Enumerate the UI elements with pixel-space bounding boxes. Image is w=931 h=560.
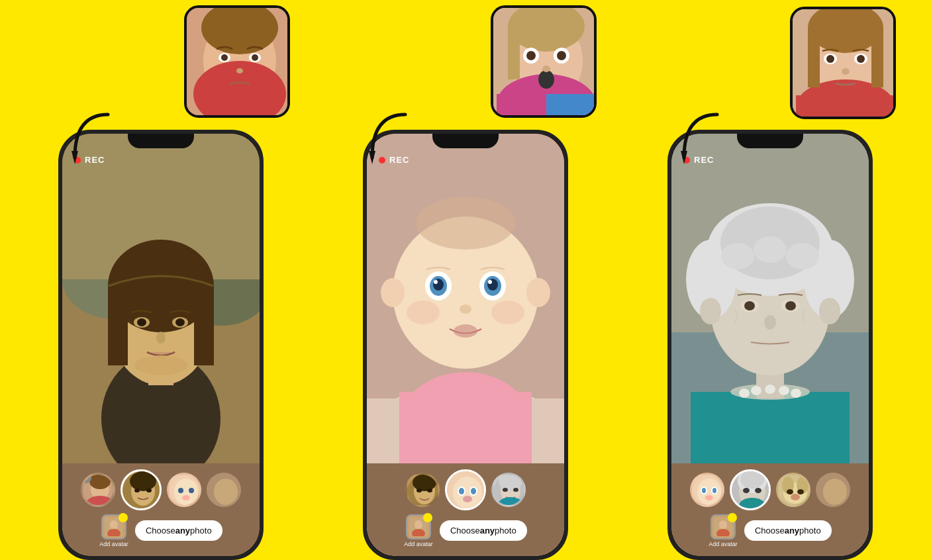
- svg-point-101: [415, 520, 422, 530]
- choose-photo-text2-2: photo: [495, 526, 516, 536]
- svg-point-39: [189, 488, 194, 493]
- svg-point-98: [513, 488, 518, 492]
- choose-photo-text-3: Choose: [755, 526, 785, 536]
- bottom-bar-1: ✕: [62, 463, 260, 556]
- svg-point-33: [130, 471, 156, 491]
- thumb-baby-3[interactable]: [690, 473, 724, 507]
- add-avatar-badge-3: [728, 513, 737, 522]
- svg-point-135: [739, 389, 750, 398]
- svg-point-25: [156, 332, 166, 344]
- thumb-queen-2[interactable]: [491, 473, 526, 507]
- svg-point-67: [416, 197, 515, 250]
- svg-point-147: [712, 488, 716, 493]
- svg-point-138: [779, 386, 789, 395]
- svg-point-128: [754, 236, 787, 263]
- svg-rect-20: [194, 286, 214, 365]
- phone-notch-3: [737, 134, 803, 148]
- svg-point-79: [491, 301, 524, 324]
- svg-point-133: [785, 301, 796, 310]
- add-avatar-label-2: Add avatar: [404, 541, 433, 547]
- svg-point-140: [700, 298, 721, 324]
- svg-point-111: [826, 55, 834, 63]
- svg-marker-60: [369, 151, 375, 164]
- svg-rect-106: [796, 95, 895, 119]
- svg-point-131: [744, 301, 755, 310]
- svg-point-45: [110, 520, 118, 530]
- x-badge-1[interactable]: ✕: [81, 473, 91, 483]
- choose-photo-btn-2[interactable]: Choose any photo: [440, 520, 527, 541]
- svg-point-55: [526, 51, 536, 60]
- svg-marker-9: [72, 151, 78, 164]
- svg-point-76: [460, 304, 471, 314]
- svg-marker-115: [681, 151, 687, 164]
- thumb-mona-2[interactable]: [405, 473, 440, 507]
- svg-point-86: [427, 489, 432, 492]
- svg-point-136: [751, 386, 761, 395]
- svg-rect-51: [546, 94, 596, 118]
- svg-point-40: [182, 495, 190, 500]
- svg-point-37: [174, 479, 198, 505]
- svg-point-90: [459, 488, 464, 494]
- thumb-partial-3[interactable]: [816, 473, 850, 507]
- choose-photo-bold-3: any: [785, 526, 799, 536]
- svg-point-97: [503, 488, 508, 492]
- svg-point-161: [797, 489, 804, 494]
- bottom-bar-3: Add avatar Choose any photo: [671, 463, 869, 556]
- svg-point-141: [819, 298, 840, 324]
- phone-screen-1: REC: [62, 134, 260, 556]
- add-avatar-1[interactable]: Add avatar: [99, 514, 128, 547]
- svg-point-153: [743, 488, 750, 493]
- arrow-2: [369, 111, 415, 167]
- svg-point-160: [787, 489, 793, 494]
- thumb-woman-1[interactable]: ✕: [81, 473, 115, 507]
- svg-rect-108: [808, 28, 820, 87]
- thumb-dog-3[interactable]: [776, 473, 810, 507]
- svg-rect-19: [108, 286, 128, 365]
- add-avatar-icon-1: [101, 514, 126, 539]
- svg-point-134: [764, 315, 776, 330]
- svg-point-42: [214, 479, 238, 505]
- phone-screen-3: REC: [671, 134, 869, 556]
- phone-section-2: REC: [313, 0, 618, 560]
- phone-section-1: REC: [9, 0, 313, 560]
- choose-photo-btn-1[interactable]: Choose any photo: [135, 520, 222, 541]
- svg-point-127: [721, 243, 754, 269]
- action-row-3: Add avatar Choose any photo: [709, 514, 831, 547]
- svg-point-57: [557, 51, 566, 60]
- thumb-queen-3[interactable]: [730, 469, 771, 510]
- svg-point-59: [542, 66, 550, 72]
- add-avatar-3[interactable]: Add avatar: [709, 514, 738, 547]
- svg-point-154: [755, 488, 761, 493]
- add-avatar-2[interactable]: Add avatar: [404, 514, 433, 547]
- thumb-partial-1[interactable]: [207, 473, 241, 507]
- thumbnails-row-1: ✕: [81, 469, 241, 510]
- thumb-mona-1[interactable]: [121, 469, 162, 510]
- choose-photo-text-2: Choose: [450, 526, 480, 536]
- thumbnails-row-2: [405, 469, 526, 510]
- svg-point-7: [252, 54, 258, 61]
- phone-frame-1: REC: [58, 130, 264, 560]
- svg-point-88: [453, 477, 482, 508]
- svg-point-139: [791, 389, 801, 398]
- svg-point-22: [137, 318, 146, 326]
- thumb-baby-1[interactable]: [167, 473, 201, 507]
- svg-point-113: [857, 55, 865, 63]
- selfie-preview-3: [790, 7, 896, 119]
- add-avatar-icon-2: [406, 514, 431, 539]
- add-avatar-badge-2: [423, 513, 432, 522]
- svg-point-58: [538, 70, 554, 89]
- add-avatar-icon-3: [710, 514, 736, 539]
- phone-notch-1: [128, 134, 194, 148]
- selfie-preview-2: [491, 5, 597, 118]
- svg-point-166: [719, 520, 727, 530]
- svg-point-85: [416, 489, 422, 492]
- choose-photo-bold-1: any: [175, 526, 190, 536]
- thumbnails-row-3: [690, 469, 850, 510]
- svg-point-34: [134, 489, 140, 492]
- choose-photo-btn-3[interactable]: Choose any photo: [744, 520, 832, 541]
- svg-point-145: [702, 488, 706, 493]
- svg-point-84: [413, 475, 436, 491]
- svg-point-162: [791, 494, 800, 500]
- svg-point-114: [842, 68, 850, 75]
- thumb-baby-2[interactable]: [445, 469, 486, 510]
